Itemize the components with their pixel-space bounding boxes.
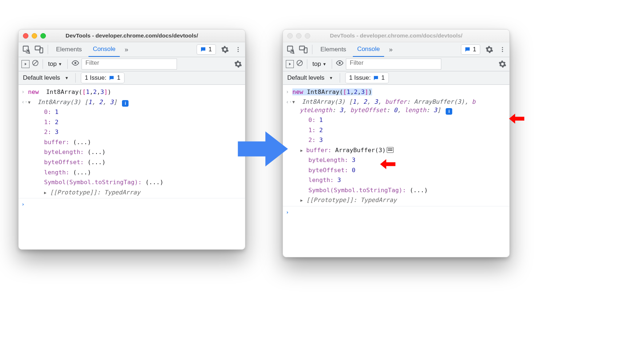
list-item[interactable]: byteLength: 3 xyxy=(283,155,509,165)
more-tabs-icon[interactable]: » xyxy=(122,45,131,54)
separator xyxy=(48,45,48,54)
window-title: DevTools - developer.chrome.com/docs/dev… xyxy=(19,32,245,40)
zoom-dot[interactable] xyxy=(305,33,310,39)
list-item[interactable]: buffer: (...) xyxy=(19,137,245,147)
zoom-dot[interactable] xyxy=(40,33,46,39)
list-item[interactable]: byteLength: (...) xyxy=(19,147,245,157)
filter-input-field[interactable] xyxy=(350,59,437,67)
tab-elements[interactable]: Elements xyxy=(316,43,351,56)
expand-toggle-icon[interactable]: ▼ xyxy=(292,99,297,105)
transition-arrow-icon xyxy=(236,129,290,169)
list-item[interactable]: byteOffset: (...) xyxy=(19,157,245,167)
input-caret-icon: › xyxy=(286,87,292,96)
console-controls: top▼ xyxy=(283,57,509,71)
live-expression-icon[interactable] xyxy=(336,59,344,70)
levels-bar: Default levels ▼ 1 Issue: 1 xyxy=(19,71,245,85)
console-input-row: › new Int8Array([1,2,3]) xyxy=(283,87,509,97)
svg-point-3 xyxy=(238,47,239,48)
window-title: DevTools - developer.chrome.com/docs/dev… xyxy=(283,32,509,40)
expand-toggle-icon[interactable]: ▼ xyxy=(28,99,33,106)
title-bar[interactable]: DevTools - developer.chrome.com/docs/dev… xyxy=(283,29,509,42)
prompt-caret-icon: › xyxy=(21,200,28,209)
prototype-row[interactable]: ▶[[Prototype]]: TypedArray xyxy=(19,187,245,198)
console-output: › new new Int8Array([1,2,3]) Int8Array([… xyxy=(19,85,245,209)
filter-input[interactable] xyxy=(346,59,441,70)
context-selector[interactable]: top▼ xyxy=(311,60,328,68)
device-toggle-icon[interactable] xyxy=(298,44,308,55)
svg-point-15 xyxy=(339,62,341,64)
list-item[interactable]: Symbol(Symbol.toStringTag): (...) xyxy=(283,185,509,195)
kebab-menu-icon[interactable] xyxy=(234,46,242,53)
separator xyxy=(67,59,68,69)
traffic-lights xyxy=(287,33,310,39)
expand-toggle-icon[interactable]: ▶ xyxy=(300,147,305,154)
issues-chip[interactable]: 1 xyxy=(197,44,216,55)
main-toolbar: Elements Console » 1 xyxy=(19,42,245,57)
list-item[interactable]: length: 3 xyxy=(283,175,509,185)
issue-pill[interactable]: 1 Issue: 1 xyxy=(81,72,125,84)
info-badge-icon[interactable]: i xyxy=(446,108,452,115)
main-toolbar: Elements Console » 1 xyxy=(283,42,509,57)
tab-console[interactable]: Console xyxy=(353,42,384,57)
console-prompt-row[interactable]: › xyxy=(19,198,245,209)
levels-bar: Default levels ▼ 1 Issue: 1 xyxy=(283,71,509,85)
tab-console[interactable]: Console xyxy=(88,42,120,57)
issues-count: 1 xyxy=(209,46,212,54)
devtools-window-before: DevTools - developer.chrome.com/docs/dev… xyxy=(18,29,245,250)
separator xyxy=(43,59,43,69)
devtools-window-after: DevTools - developer.chrome.com/docs/dev… xyxy=(283,29,510,257)
console-output: › new Int8Array([1,2,3]) ‹· ▼ Int8Array(… xyxy=(283,85,509,217)
console-controls: top▼ xyxy=(19,57,245,71)
close-dot[interactable] xyxy=(23,33,28,39)
tab-elements[interactable]: Elements xyxy=(52,43,86,56)
list-item[interactable]: byteOffset: 0 xyxy=(283,165,509,175)
minimize-dot[interactable] xyxy=(32,33,37,39)
expand-toggle-icon[interactable]: ▶ xyxy=(300,197,305,203)
console-prompt-row[interactable]: › xyxy=(283,206,509,217)
list-item[interactable]: length: (...) xyxy=(19,167,245,178)
log-levels-select[interactable]: Default levels ▼ xyxy=(21,74,70,82)
issues-chip[interactable]: 1 xyxy=(461,44,480,55)
console-result-row[interactable]: ‹· ▼ Int8Array(3) [1, 2, 3, buffer: Arra… xyxy=(283,97,509,115)
svg-point-5 xyxy=(238,51,239,52)
traffic-lights xyxy=(23,33,46,39)
more-tabs-icon[interactable]: » xyxy=(386,45,395,54)
filter-input-field[interactable] xyxy=(86,59,173,67)
separator xyxy=(75,73,76,83)
console-sidebar-toggle-icon[interactable] xyxy=(21,60,29,68)
expand-toggle-icon[interactable]: ▶ xyxy=(44,190,49,196)
svg-point-13 xyxy=(502,51,503,52)
output-caret-icon: ‹· xyxy=(21,98,28,106)
svg-point-7 xyxy=(74,62,76,64)
minimize-dot[interactable] xyxy=(296,33,301,39)
console-result-row[interactable]: ‹· ▼ Int8Array(3) [1, 2, 3] i xyxy=(19,97,245,107)
filter-input[interactable] xyxy=(82,59,177,70)
live-expression-icon[interactable] xyxy=(71,59,79,70)
kebab-menu-icon[interactable] xyxy=(498,46,506,53)
input-caret-icon: › xyxy=(21,87,28,96)
svg-point-4 xyxy=(238,49,239,50)
console-input-row: › new new Int8Array([1,2,3]) Int8Array([… xyxy=(19,87,245,97)
output-caret-icon: ‹· xyxy=(286,98,292,106)
device-toggle-icon[interactable] xyxy=(34,44,44,55)
clear-console-icon[interactable] xyxy=(296,59,303,69)
settings-gear-icon[interactable] xyxy=(221,46,229,54)
inspect-icon[interactable] xyxy=(286,44,296,55)
log-levels-select[interactable]: Default levels ▼ xyxy=(286,74,335,82)
prompt-caret-icon: › xyxy=(286,208,292,217)
info-badge-icon[interactable]: i xyxy=(122,100,129,107)
context-selector[interactable]: top▼ xyxy=(47,60,64,68)
list-item[interactable]: Symbol(Symbol.toStringTag): (...) xyxy=(19,177,245,187)
prototype-row[interactable]: ▶[[Prototype]]: TypedArray xyxy=(283,195,509,205)
buffer-row[interactable]: ▶buffer: ArrayBuffer(3) xyxy=(283,145,509,155)
memory-inspector-icon[interactable] xyxy=(387,147,394,153)
inspect-icon[interactable] xyxy=(21,44,32,55)
console-settings-icon[interactable] xyxy=(498,60,506,68)
clear-console-icon[interactable] xyxy=(32,59,39,69)
title-bar[interactable]: DevTools - developer.chrome.com/docs/dev… xyxy=(19,29,245,42)
close-dot[interactable] xyxy=(287,33,293,39)
console-settings-icon[interactable] xyxy=(234,60,242,68)
issue-pill[interactable]: 1 Issue: 1 xyxy=(345,72,389,84)
settings-gear-icon[interactable] xyxy=(485,46,493,54)
console-sidebar-toggle-icon[interactable] xyxy=(286,60,294,68)
